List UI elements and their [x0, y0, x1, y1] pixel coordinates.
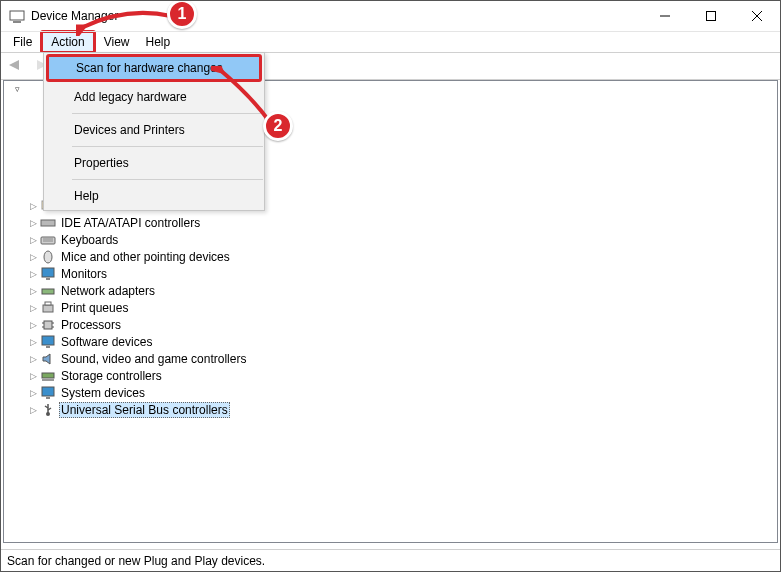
menu-file[interactable]: File: [5, 33, 40, 51]
printer-icon: [40, 300, 56, 316]
tree-item[interactable]: ▷ System devices: [8, 384, 777, 401]
chevron-right-icon[interactable]: ▷: [26, 303, 40, 313]
chevron-down-icon[interactable]: ▿: [10, 84, 24, 94]
chevron-right-icon[interactable]: ▷: [26, 354, 40, 364]
tree-item-label: Network adapters: [59, 284, 157, 298]
tree-item[interactable]: ▷ Processors: [8, 316, 777, 333]
svg-rect-23: [46, 346, 50, 348]
chevron-right-icon[interactable]: ▷: [26, 286, 40, 296]
chevron-right-icon[interactable]: ▷: [26, 320, 40, 330]
menu-devices-printers[interactable]: Devices and Printers: [44, 116, 264, 144]
sound-icon: [40, 351, 56, 367]
maximize-button[interactable]: [688, 1, 734, 31]
chevron-right-icon[interactable]: ▷: [26, 235, 40, 245]
svg-rect-24: [42, 373, 54, 378]
window-controls: [642, 1, 780, 31]
device-manager-icon: [9, 8, 25, 24]
chevron-right-icon[interactable]: ▷: [26, 371, 40, 381]
svg-rect-1: [13, 21, 21, 23]
processor-icon: [40, 317, 56, 333]
network-icon: [40, 283, 56, 299]
chevron-right-icon[interactable]: ▷: [26, 218, 40, 228]
tree-item[interactable]: ▷ Monitors: [8, 265, 777, 282]
menu-add-legacy[interactable]: Add legacy hardware: [44, 83, 264, 111]
tree-item-label: Software devices: [59, 335, 154, 349]
keyboard-icon: [40, 232, 56, 248]
tree-item[interactable]: ▷ Keyboards: [8, 231, 777, 248]
svg-rect-26: [42, 387, 54, 396]
svg-point-11: [44, 251, 52, 263]
svg-rect-17: [44, 321, 52, 329]
status-text: Scan for changed or new Plug and Play de…: [7, 554, 265, 568]
menu-help[interactable]: Help: [138, 33, 179, 51]
tree-item-label: IDE ATA/ATAPI controllers: [59, 216, 202, 230]
chevron-right-icon[interactable]: ▷: [26, 269, 40, 279]
tree-item-label: Mice and other pointing devices: [59, 250, 232, 264]
menu-help[interactable]: Help: [44, 182, 264, 210]
svg-rect-14: [42, 289, 54, 294]
window-title: Device Manager: [31, 9, 118, 23]
tree-item[interactable]: ▷ Network adapters: [8, 282, 777, 299]
svg-rect-15: [43, 305, 53, 312]
menubar: File Action View Help: [1, 32, 780, 52]
svg-rect-25: [42, 379, 54, 381]
storage-icon: [40, 368, 56, 384]
menu-separator: [72, 113, 263, 114]
tree-item[interactable]: ▷ Sound, video and game controllers: [8, 350, 777, 367]
tree-item-label: Print queues: [59, 301, 130, 315]
tree-item-label: Keyboards: [59, 233, 120, 247]
tree-item[interactable]: ▷ Universal Serial Bus controllers: [8, 401, 777, 418]
chevron-right-icon[interactable]: ▷: [26, 201, 40, 211]
svg-rect-22: [42, 336, 54, 345]
svg-rect-3: [707, 12, 716, 21]
chevron-right-icon[interactable]: ▷: [26, 337, 40, 347]
svg-rect-0: [10, 11, 24, 20]
tree-item[interactable]: ▷ Print queues: [8, 299, 777, 316]
minimize-button[interactable]: [642, 1, 688, 31]
menu-properties[interactable]: Properties: [44, 149, 264, 177]
statusbar: Scan for changed or new Plug and Play de…: [1, 549, 780, 571]
svg-rect-7: [41, 220, 55, 226]
menu-scan-hardware[interactable]: Scan for hardware changes: [46, 54, 262, 82]
svg-rect-13: [46, 278, 50, 280]
software-icon: [40, 334, 56, 350]
tree-item-label: System devices: [59, 386, 147, 400]
svg-rect-12: [42, 268, 54, 277]
menu-action[interactable]: Action: [40, 30, 95, 54]
titlebar: Device Manager: [1, 1, 780, 32]
system-icon: [40, 385, 56, 401]
tree-item-label: Storage controllers: [59, 369, 164, 383]
tree-item-label: Universal Serial Bus controllers: [59, 402, 230, 418]
tree-item-label: Sound, video and game controllers: [59, 352, 248, 366]
menu-view[interactable]: View: [96, 33, 138, 51]
action-menu-dropdown: Scan for hardware changes Add legacy har…: [43, 52, 265, 211]
ide-icon: [40, 215, 56, 231]
usb-icon: [40, 402, 56, 418]
chevron-right-icon[interactable]: ▷: [26, 405, 40, 415]
tree-item[interactable]: ▷ Mice and other pointing devices: [8, 248, 777, 265]
back-icon[interactable]: [5, 57, 25, 76]
mouse-icon: [40, 249, 56, 265]
close-button[interactable]: [734, 1, 780, 31]
tree-item[interactable]: ▷ IDE ATA/ATAPI controllers: [8, 214, 777, 231]
annotation-callout-2: 2: [263, 111, 293, 141]
tree-item[interactable]: ▷ Storage controllers: [8, 367, 777, 384]
tree-item-label: Monitors: [59, 267, 109, 281]
menu-separator: [72, 179, 263, 180]
tree-item-label: Processors: [59, 318, 123, 332]
chevron-right-icon[interactable]: ▷: [26, 388, 40, 398]
svg-rect-27: [46, 397, 50, 399]
svg-rect-16: [45, 302, 51, 305]
tree-item[interactable]: ▷ Software devices: [8, 333, 777, 350]
menu-separator: [72, 146, 263, 147]
annotation-callout-1: 1: [167, 0, 197, 29]
monitor-icon: [40, 266, 56, 282]
chevron-right-icon[interactable]: ▷: [26, 252, 40, 262]
